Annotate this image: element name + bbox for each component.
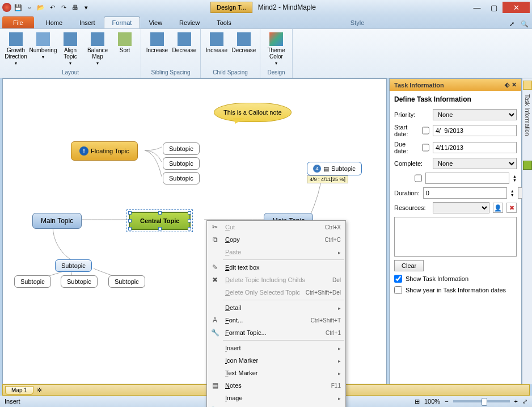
numbering-button[interactable]: Numbering▾ (31, 30, 56, 68)
add-resource-icon[interactable]: 👤 (493, 203, 503, 213)
child-decrease-button[interactable]: Decrease (231, 30, 256, 68)
context-menu-item[interactable]: ⧉CopyCtrl+C (207, 233, 345, 246)
subtopic-node[interactable]: Subtopic (163, 157, 200, 170)
redo-icon[interactable]: ↷ (59, 3, 68, 12)
tab-file[interactable]: File (2, 16, 34, 28)
balance-map-button[interactable]: Balance Map▾ (85, 30, 110, 68)
duration-input[interactable] (423, 187, 507, 199)
map-tab[interactable]: Map 1 (5, 386, 33, 395)
tab-home[interactable]: Home (37, 16, 71, 28)
central-topic[interactable]: Central Topic (129, 212, 191, 230)
zoom-level: 100% (424, 398, 440, 405)
sibling-increase-button[interactable]: Increase (145, 30, 170, 68)
submenu-arrow-icon (338, 370, 341, 376)
minimize-button[interactable]: — (468, 2, 485, 13)
remove-resource-icon[interactable]: ✖ (506, 203, 517, 213)
floating-topic[interactable]: ! Floating Topic (71, 141, 138, 161)
new-map-tab-icon[interactable]: ✲ (37, 387, 42, 394)
context-menu-item[interactable]: Image (207, 392, 345, 404)
view-icon[interactable]: ⊞ (415, 398, 420, 405)
show-year-checkbox[interactable] (394, 286, 402, 294)
undo-icon[interactable]: ↶ (48, 3, 57, 12)
child-increase-button[interactable]: Increase (204, 30, 229, 68)
main-topic-left[interactable]: Main Topic (32, 213, 82, 229)
subtopic-node[interactable]: Subtopic (163, 172, 200, 184)
resources-list[interactable] (394, 217, 517, 257)
maximize-button[interactable]: ▢ (485, 2, 503, 13)
context-menu-item[interactable]: 📎Add Attachment (207, 404, 345, 407)
context-menu-item[interactable]: 🔧Format Topic...Ctrl+1 (207, 326, 345, 339)
context-menu-item: Paste (207, 246, 345, 258)
close-button[interactable]: ✕ (503, 2, 530, 13)
subtopic-node-priority[interactable]: 4 ▤ Subtopic (307, 162, 362, 175)
context-menu-item[interactable]: AFont...Ctrl+Shift+T (207, 314, 345, 326)
context-menu-item[interactable]: Text Marker (207, 367, 345, 379)
tab-tools[interactable]: Tools (208, 16, 240, 28)
show-task-checkbox[interactable] (394, 275, 402, 283)
spinner-controls-icon[interactable]: ▲▼ (513, 174, 517, 182)
resources-select[interactable] (433, 202, 489, 213)
task-info-side-tab[interactable]: Task Information (524, 94, 530, 136)
panel-close-icon[interactable]: ✕ (512, 81, 517, 89)
complete-checkbox[interactable] (415, 174, 422, 182)
context-menu-item[interactable]: Detail (207, 301, 345, 314)
open-icon[interactable]: 📂 (36, 3, 45, 12)
complete-select[interactable]: None (433, 158, 517, 169)
tab-review[interactable]: Review (171, 16, 208, 28)
save-icon[interactable]: 💾 (14, 3, 23, 12)
subtopic-node[interactable]: Subtopic (163, 142, 200, 155)
pin-icon[interactable]: ⬖ (505, 81, 509, 89)
growth-direction-button[interactable]: Growth Direction▾ (3, 30, 28, 68)
context-menu-shortcut: Ctrl+1 (326, 330, 341, 336)
start-date-checkbox[interactable] (422, 127, 429, 135)
context-menu-shortcut: F11 (331, 383, 341, 389)
tab-format[interactable]: Format (104, 16, 141, 28)
new-icon[interactable]: ▫ (25, 3, 34, 12)
callout-note[interactable]: This is a Callout note (214, 103, 292, 122)
numbering-icon (36, 32, 50, 46)
clear-button[interactable]: Clear (394, 260, 424, 271)
spinner-controls-icon[interactable]: ▲▼ (510, 189, 514, 197)
due-date-checkbox[interactable] (422, 144, 429, 152)
ribbon-tabs: File Home Insert Format View Review Tool… (0, 15, 532, 28)
zoom-in-icon[interactable]: + (514, 398, 518, 405)
subtopic-node[interactable]: Subtopic (108, 275, 145, 288)
ribbon-collapse-icon[interactable]: ⤢ (509, 20, 517, 28)
tab-view[interactable]: View (140, 16, 171, 28)
context-menu-label: Edit text box (222, 264, 341, 271)
start-date-input[interactable] (433, 125, 517, 136)
align-topic-button[interactable]: Align Topic▾ (58, 30, 83, 68)
zoom-out-icon[interactable]: − (445, 398, 448, 405)
subtopic-node[interactable]: Subtopic (55, 259, 92, 272)
due-date-input[interactable] (433, 142, 517, 153)
complete-spinner[interactable] (425, 173, 509, 184)
theme-color-button[interactable]: Theme Color▾ (264, 30, 289, 68)
design-title-tab[interactable]: Design T... (210, 2, 252, 13)
context-menu-item[interactable]: ▤NotesF11 (207, 379, 345, 392)
fit-icon[interactable]: ⤢ (522, 398, 527, 405)
tab-insert[interactable]: Insert (71, 16, 104, 28)
tab-style[interactable]: Style (342, 16, 373, 28)
subtopic-node[interactable]: Subtopic (14, 275, 51, 288)
secondary-side-tab-icon[interactable] (523, 161, 532, 170)
task-info-side-tab-icon[interactable] (523, 81, 532, 90)
print-icon[interactable]: 🖶 (70, 3, 79, 12)
context-menu-item[interactable]: Icon Marker (207, 354, 345, 367)
context-menu-item[interactable]: Insert (207, 342, 345, 354)
context-menu: ✂CutCtrl+X⧉CopyCtrl+CPaste✎Edit text box… (206, 220, 346, 407)
ribbon-help-icon[interactable]: 🔍 (521, 20, 529, 28)
priority-select[interactable]: None (433, 109, 517, 120)
decrease-spacing-icon (237, 32, 251, 46)
context-menu-item[interactable]: ✎Edit text box (207, 261, 345, 274)
zoom-slider[interactable] (453, 400, 510, 402)
context-menu-item: ✖Delete Topic Including ChildsDel (207, 274, 345, 286)
subtopic-label: Subtopic (331, 165, 356, 172)
subtopic-node[interactable]: Subtopic (61, 275, 98, 288)
sibling-decrease-button[interactable]: Decrease (172, 30, 197, 68)
sort-button[interactable]: Sort (112, 30, 137, 68)
status-mode: Insert (5, 398, 20, 405)
qa-dropdown-icon[interactable]: ▾ (82, 3, 91, 12)
group-label-layout: Layout (3, 68, 137, 77)
quick-access-toolbar: 💾 ▫ 📂 ↶ ↷ 🖶 ▾ (14, 3, 91, 12)
task-information-panel: Task Information ⬖✕ Define Task Informat… (389, 78, 522, 384)
